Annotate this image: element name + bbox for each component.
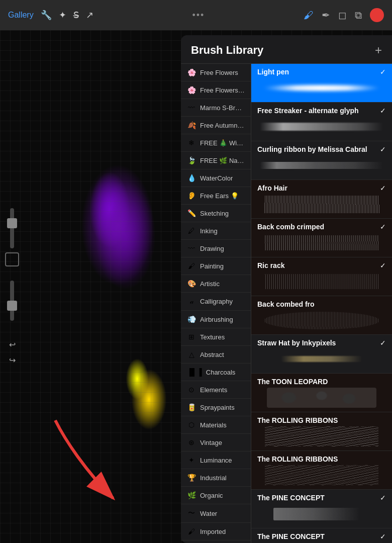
brush-name-1: Free Streaker - alternate glyph	[257, 107, 359, 115]
category-icon-22: ✦	[187, 456, 196, 464]
opacity-slider[interactable]	[10, 281, 14, 321]
brush-check-12: ✓	[380, 532, 386, 540]
brush-item-6[interactable]: Back combed fro	[251, 296, 392, 335]
category-item-11[interactable]: 🖌 Painting	[181, 257, 251, 275]
category-item-24[interactable]: 🌿 Organic	[181, 487, 251, 504]
brush-panel-title: Brush Library	[191, 44, 263, 57]
brush-item-0[interactable]: Light pen ✓	[251, 64, 392, 103]
category-label-13: Calligraphy	[200, 298, 233, 305]
category-item-13[interactable]: 𝒶 Calligraphy	[181, 293, 251, 311]
category-item-1[interactable]: 🌸 Free Flowers V.2	[181, 81, 251, 99]
strikethrough-icon[interactable]: S̶	[73, 10, 79, 21]
category-item-4[interactable]: ❄ FREE 🎄 Winter N...	[181, 134, 251, 152]
brush-check-3: ✓	[380, 184, 386, 192]
category-item-5[interactable]: 🍃 FREE 🌿 Nature	[181, 152, 251, 169]
brush-item-8[interactable]: The TOON LEOPARD	[251, 374, 392, 412]
category-item-22[interactable]: ✦ Luminance	[181, 451, 251, 469]
category-item-17[interactable]: ▐▌▐ Charcoals	[181, 364, 251, 381]
category-item-26[interactable]: 🖌 Imported	[181, 523, 251, 540]
category-label-0: Free Flowers	[200, 69, 238, 76]
brush-item-header-1: Free Streaker - alternate glyph ✓	[251, 103, 392, 117]
category-item-2[interactable]: 〰 Marmo S-Brush Pack	[181, 99, 251, 117]
more-options-icon[interactable]: •••	[192, 10, 205, 21]
pen-icon[interactable]: ✒	[322, 9, 330, 21]
brush-name-6: Back combed fro	[257, 300, 315, 308]
category-label-16: Abstract	[200, 351, 224, 358]
category-icon-26: 🖌	[187, 527, 196, 535]
add-brush-button[interactable]: +	[375, 43, 382, 57]
category-item-0[interactable]: 🌸 Free Flowers	[181, 64, 251, 81]
category-icon-8: ✏️	[187, 209, 196, 217]
category-item-15[interactable]: ⊞ Textures	[181, 328, 251, 346]
category-item-12[interactable]: 🎨 Artistic	[181, 275, 251, 293]
category-item-20[interactable]: ⬡ Materials	[181, 416, 251, 434]
record-button[interactable]	[370, 8, 384, 22]
category-item-21[interactable]: ⊛ Vintage	[181, 434, 251, 451]
brush-name-0: Light pen	[257, 68, 289, 76]
category-label-18: Elements	[200, 386, 227, 394]
brush-check-7: ✓	[380, 339, 386, 347]
category-icon-9: 🖊	[187, 227, 196, 235]
brush-item-3[interactable]: Afro Hair ✓	[251, 180, 392, 219]
size-slider-handle[interactable]	[7, 218, 17, 228]
category-item-16[interactable]: △ Abstract	[181, 346, 251, 364]
category-item-6[interactable]: 💧 WaterColor	[181, 169, 251, 187]
magic-wand-icon[interactable]: ✦	[59, 10, 66, 21]
category-item-18[interactable]: ⊙ Elements	[181, 381, 251, 399]
gallery-button[interactable]: Gallery	[8, 11, 34, 20]
category-icon-16: △	[187, 350, 196, 358]
top-bar-left: Gallery 🔧 ✦ S̶ ↗	[8, 10, 93, 21]
brush-item-10[interactable]: The ROLLING RIBBONS	[251, 451, 392, 490]
brush-check-5: ✓	[380, 261, 386, 269]
category-item-8[interactable]: ✏️ Sketching	[181, 205, 251, 222]
category-icon-11: 🖌	[187, 262, 196, 270]
category-item-9[interactable]: 🖊 Inking	[181, 222, 251, 240]
brush-item-header-3: Afro Hair ✓	[251, 180, 392, 194]
redo-button[interactable]: ↪	[9, 355, 16, 365]
square-button[interactable]	[5, 252, 19, 266]
brush-item-9[interactable]: The ROLLING RIBBONS	[251, 412, 392, 451]
brush-name-9: The ROLLING RIBBONS	[257, 416, 338, 424]
size-slider[interactable]	[10, 208, 14, 248]
category-icon-3: 🍂	[187, 121, 196, 129]
brush-check-0: ✓	[380, 68, 386, 76]
brush-item-1[interactable]: Free Streaker - alternate glyph ✓	[251, 103, 392, 141]
category-item-19[interactable]: 🥫 Spraypaints	[181, 399, 251, 416]
category-item-7[interactable]: 👂 Free Ears 💡	[181, 187, 251, 205]
brush-check-11: ✓	[380, 494, 386, 502]
brush-item-7[interactable]: Straw Hat by Inkypixels ✓	[251, 335, 392, 374]
category-label-14: Airbrushing	[200, 316, 233, 323]
category-icon-1: 🌸	[187, 86, 196, 94]
paintbrush-icon[interactable]: 🖌	[304, 10, 314, 21]
category-label-22: Luminance	[200, 457, 232, 464]
category-label-7: Free Ears 💡	[200, 192, 239, 200]
brush-panel: Brush Library + 🌸 Free Flowers 🌸 Free Fl…	[181, 35, 392, 543]
category-item-14[interactable]: 💨 Airbrushing	[181, 311, 251, 328]
brush-name-7: Straw Hat by Inkypixels	[257, 339, 336, 347]
brush-item-2[interactable]: Curling ribbon by Melissa Cabral ✓	[251, 141, 392, 180]
category-icon-10: 〰	[187, 244, 196, 252]
brush-item-12[interactable]: The PINE CONCEPT ✓	[251, 528, 392, 543]
brush-name-2: Curling ribbon by Melissa Cabral	[257, 145, 367, 153]
category-label-5: FREE 🌿 Nature	[200, 157, 245, 164]
brush-item-5[interactable]: Ric rack ✓	[251, 257, 392, 296]
arrow-icon[interactable]: ↗	[86, 10, 93, 21]
category-icon-15: ⊞	[187, 333, 196, 341]
category-icon-19: 🥫	[187, 403, 196, 411]
eraser-icon[interactable]: ◻	[338, 9, 347, 21]
brush-item-11[interactable]: The PINE CONCEPT ✓	[251, 490, 392, 528]
category-icon-20: ⬡	[187, 421, 196, 429]
opacity-slider-handle[interactable]	[7, 301, 17, 311]
brush-item-4[interactable]: Back comb crimped ✓	[251, 219, 392, 257]
brush-check-2: ✓	[380, 145, 386, 153]
layers-icon[interactable]: ⧉	[355, 10, 362, 21]
undo-button[interactable]: ↩	[9, 340, 16, 349]
brush-item-header-12: The PINE CONCEPT ✓	[251, 528, 392, 542]
top-bar-center: •••	[192, 10, 205, 21]
category-item-10[interactable]: 〰 Drawing	[181, 240, 251, 257]
category-item-25[interactable]: 〜 Water	[181, 504, 251, 523]
category-item-23[interactable]: 🏆 Industrial	[181, 469, 251, 487]
wrench-icon[interactable]: 🔧	[41, 10, 52, 21]
category-label-20: Materials	[200, 421, 227, 429]
category-item-3[interactable]: 🍂 Free Autumn Brushes...	[181, 117, 251, 134]
